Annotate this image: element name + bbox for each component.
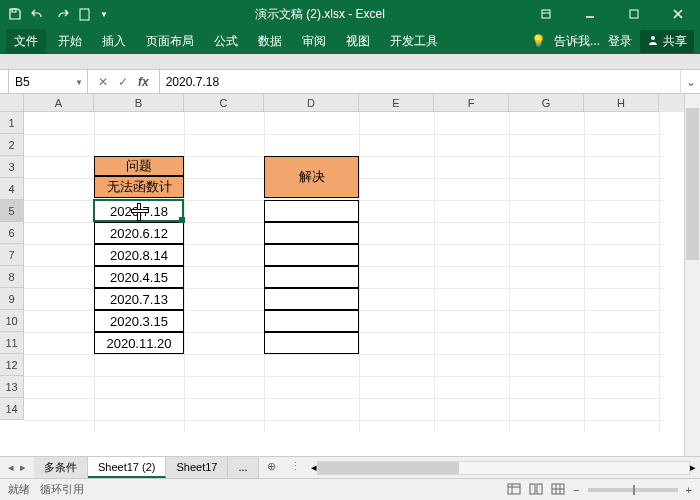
row-header[interactable]: 6 — [0, 222, 24, 244]
right-header[interactable]: 解决 — [264, 156, 359, 198]
status-circular: 循环引用 — [40, 482, 84, 497]
cancel-formula-icon[interactable]: ✕ — [98, 75, 108, 89]
col-header[interactable]: G — [509, 94, 584, 112]
menu-formula[interactable]: 公式 — [206, 29, 246, 54]
svg-point-4 — [651, 36, 655, 40]
sheet-tab-3[interactable]: Sheet17 — [166, 457, 228, 478]
left-cell[interactable]: 2020.4.15 — [94, 266, 184, 288]
login-link[interactable]: 登录 — [608, 33, 632, 50]
right-cell[interactable] — [264, 244, 359, 266]
right-cell[interactable] — [264, 222, 359, 244]
right-cell[interactable] — [264, 266, 359, 288]
add-sheet-icon[interactable]: ⊕ — [259, 457, 284, 478]
col-header[interactable]: B — [94, 94, 184, 112]
left-header-1[interactable]: 问题 — [94, 156, 184, 176]
tab-nav-first-icon[interactable]: ◂ — [8, 461, 14, 474]
col-header[interactable]: A — [24, 94, 94, 112]
maximize-icon[interactable] — [612, 0, 656, 28]
close-icon[interactable] — [656, 0, 700, 28]
svg-rect-3 — [630, 10, 638, 18]
menu-layout[interactable]: 页面布局 — [138, 29, 202, 54]
svg-rect-6 — [530, 484, 535, 494]
right-cell[interactable] — [264, 288, 359, 310]
vertical-scrollbar[interactable] — [684, 94, 700, 456]
formula-value: 2020.7.18 — [166, 75, 219, 89]
row-header[interactable]: 13 — [0, 376, 24, 398]
svg-rect-5 — [508, 484, 520, 494]
view-break-icon[interactable] — [551, 483, 565, 497]
row-header[interactable]: 3 — [0, 156, 24, 178]
fx-icon[interactable]: fx — [138, 75, 149, 89]
right-cell[interactable] — [264, 200, 359, 222]
left-cell[interactable]: 2020.11.20 — [94, 332, 184, 354]
status-ready: 就绪 — [8, 482, 30, 497]
menu-file[interactable]: 文件 — [6, 29, 46, 54]
col-header[interactable]: H — [584, 94, 659, 112]
sheet-tab-2[interactable]: Sheet17 (2) — [88, 457, 166, 478]
h-scroll-thumb[interactable] — [318, 462, 459, 474]
collapsed-ribbon — [0, 54, 700, 70]
row-header[interactable]: 14 — [0, 398, 24, 420]
save-icon[interactable] — [8, 7, 22, 21]
left-header-2[interactable]: 无法函数计 — [94, 176, 184, 198]
menu-data[interactable]: 数据 — [250, 29, 290, 54]
name-box[interactable]: B5 ▼ — [8, 70, 88, 93]
sheet-tab-more[interactable]: ... — [228, 457, 258, 478]
select-all-corner[interactable] — [0, 94, 24, 112]
left-cell[interactable]: 2020.7.18 — [94, 200, 184, 222]
row-header[interactable]: 11 — [0, 332, 24, 354]
menu-insert[interactable]: 插入 — [94, 29, 134, 54]
ribbon-options-icon[interactable] — [524, 0, 568, 28]
col-header[interactable]: D — [264, 94, 359, 112]
menu-view[interactable]: 视图 — [338, 29, 378, 54]
col-header[interactable]: C — [184, 94, 264, 112]
left-cell[interactable]: 2020.8.14 — [94, 244, 184, 266]
qat-dropdown-icon[interactable]: ▼ — [100, 10, 108, 19]
undo-icon[interactable] — [30, 7, 46, 21]
col-header[interactable]: F — [434, 94, 509, 112]
expand-formula-icon[interactable]: ⌄ — [680, 70, 700, 93]
horizontal-scrollbar[interactable] — [317, 461, 690, 475]
svg-rect-2 — [542, 10, 550, 18]
person-icon — [647, 34, 659, 49]
zoom-slider[interactable] — [588, 488, 678, 492]
right-cell[interactable] — [264, 310, 359, 332]
formula-input[interactable]: 2020.7.18 — [159, 70, 680, 93]
row-header[interactable]: 2 — [0, 134, 24, 156]
h-scroll-right-icon[interactable]: ▸ — [690, 461, 696, 474]
menu-home[interactable]: 开始 — [50, 29, 90, 54]
v-scroll-thumb[interactable] — [686, 108, 699, 260]
share-button[interactable]: 共享 — [640, 30, 694, 53]
tab-nav-last-icon[interactable]: ▸ — [20, 461, 26, 474]
menu-dev[interactable]: 开发工具 — [382, 29, 446, 54]
view-page-icon[interactable] — [529, 483, 543, 497]
chevron-down-icon[interactable]: ▼ — [75, 77, 83, 86]
row-header[interactable]: 8 — [0, 266, 24, 288]
spreadsheet-grid[interactable]: ABCDEFGH 1234567891011121314 问题无法函数计2020… — [0, 94, 684, 456]
zoom-in-button[interactable]: + — [686, 484, 692, 496]
right-cell[interactable] — [264, 332, 359, 354]
row-header[interactable]: 4 — [0, 178, 24, 200]
share-label: 共享 — [663, 33, 687, 50]
new-icon[interactable] — [78, 7, 92, 21]
row-header[interactable]: 10 — [0, 310, 24, 332]
redo-icon[interactable] — [54, 7, 70, 21]
left-cell[interactable]: 2020.7.13 — [94, 288, 184, 310]
minimize-icon[interactable] — [568, 0, 612, 28]
row-header[interactable]: 7 — [0, 244, 24, 266]
row-header[interactable]: 5 — [0, 200, 24, 222]
row-header[interactable]: 1 — [0, 112, 24, 134]
menu-review[interactable]: 审阅 — [294, 29, 334, 54]
left-cell[interactable]: 2020.3.15 — [94, 310, 184, 332]
row-header[interactable]: 12 — [0, 354, 24, 376]
col-header[interactable]: E — [359, 94, 434, 112]
svg-rect-0 — [12, 9, 16, 12]
left-cell[interactable]: 2020.6.12 — [94, 222, 184, 244]
view-normal-icon[interactable] — [507, 483, 521, 497]
accept-formula-icon[interactable]: ✓ — [118, 75, 128, 89]
sheet-tab-1[interactable]: 多条件 — [34, 457, 88, 478]
tell-me[interactable]: 告诉我... — [554, 33, 600, 50]
row-header[interactable]: 9 — [0, 288, 24, 310]
svg-rect-1 — [80, 9, 89, 20]
zoom-out-button[interactable]: − — [573, 484, 579, 496]
